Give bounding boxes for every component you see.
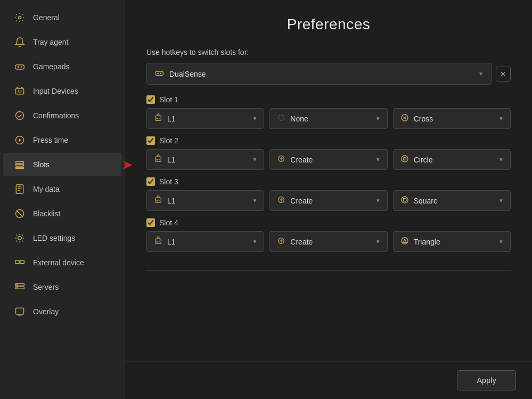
page-title: Preferences bbox=[146, 16, 511, 33]
svg-point-21 bbox=[17, 288, 17, 288]
svg-rect-22 bbox=[16, 308, 24, 314]
button-icon-1 bbox=[400, 113, 410, 124]
my-data-icon bbox=[14, 183, 26, 195]
slot-checkbox-4[interactable] bbox=[146, 218, 155, 227]
trigger-chevron-2: ▼ bbox=[252, 157, 257, 162]
device-select[interactable]: DualSense ▼ bbox=[146, 63, 492, 85]
slot-button-select-4[interactable]: Triangle ▼ bbox=[393, 231, 511, 252]
sidebar-item-external-device[interactable]: External device bbox=[3, 251, 121, 274]
slot-checkbox-1[interactable] bbox=[146, 95, 155, 104]
slot-button-value-3: Square bbox=[414, 197, 438, 205]
slot-button-select-2[interactable]: Circle ▼ bbox=[393, 149, 511, 170]
device-selector-row: DualSense ▼ ✕ bbox=[146, 63, 511, 85]
arrow-indicator: ➤ bbox=[121, 157, 133, 173]
button-icon-4 bbox=[400, 237, 410, 247]
slot-section-4: Slot 4 L1 ▼ Create ▼ bbox=[146, 218, 511, 252]
slot-button-select-1[interactable]: Cross ▼ bbox=[393, 108, 511, 129]
svg-point-4 bbox=[21, 87, 22, 88]
slot-button-value-2: Circle bbox=[414, 156, 433, 164]
slot-action-select-2[interactable]: Create ▼ bbox=[269, 149, 387, 170]
svg-rect-8 bbox=[16, 161, 24, 163]
svg-point-20 bbox=[17, 284, 17, 285]
sidebar-label-confirmations: Confirmations bbox=[33, 111, 79, 120]
sidebar: General Tray agent Gamepads bbox=[0, 0, 125, 399]
slot-button-select-3[interactable]: Square ▼ bbox=[393, 190, 511, 211]
slot-section-3: Slot 3 L1 ▼ Create ▼ bbox=[146, 177, 511, 211]
svg-point-30 bbox=[279, 115, 284, 121]
button-icon-3 bbox=[400, 196, 410, 206]
slot-action-value-3: Create bbox=[290, 197, 313, 205]
slot-action-value-4: Create bbox=[290, 238, 313, 246]
svg-rect-48 bbox=[155, 239, 161, 243]
device-icon bbox=[154, 68, 164, 79]
sidebar-item-led-settings[interactable]: LED settings bbox=[3, 226, 121, 250]
sidebar-item-slots[interactable]: Slots ➤ bbox=[3, 153, 121, 176]
action-chevron-1: ▼ bbox=[375, 116, 381, 121]
trigger-chevron-4: ▼ bbox=[252, 239, 257, 245]
slot-action-select-3[interactable]: Create ▼ bbox=[269, 190, 387, 211]
svg-rect-26 bbox=[155, 116, 161, 120]
sidebar-label-external-device: External device bbox=[33, 258, 84, 267]
slot-trigger-value-2: L1 bbox=[167, 156, 176, 164]
slot-section-2: Slot 2 L1 ▼ Create ▼ bbox=[146, 136, 511, 170]
button-chevron-4: ▼ bbox=[498, 239, 504, 245]
sidebar-item-press-time[interactable]: Press time bbox=[3, 128, 121, 152]
sidebar-item-tray-agent[interactable]: Tray agent bbox=[3, 30, 121, 54]
sidebar-label-my-data: My data bbox=[33, 185, 60, 193]
svg-rect-9 bbox=[16, 164, 24, 166]
tray-agent-icon bbox=[14, 36, 26, 48]
slot-checkbox-2[interactable] bbox=[146, 136, 155, 145]
sidebar-item-input-devices[interactable]: Input Devices bbox=[3, 79, 121, 103]
bottom-bar: Apply bbox=[125, 361, 532, 399]
button-icon-2 bbox=[400, 154, 410, 165]
action-chevron-3: ▼ bbox=[375, 198, 381, 203]
slot-action-select-1[interactable]: None ▼ bbox=[269, 108, 387, 129]
hotkeys-label: Use hotkeys to switch slots for: bbox=[146, 48, 511, 56]
svg-point-39 bbox=[402, 156, 408, 162]
slot-action-select-4[interactable]: Create ▼ bbox=[269, 231, 387, 252]
apply-button[interactable]: Apply bbox=[457, 370, 516, 390]
svg-rect-34 bbox=[155, 157, 161, 161]
sidebar-item-confirmations[interactable]: Confirmations bbox=[3, 104, 121, 127]
slot-trigger-select-4[interactable]: L1 ▼ bbox=[146, 231, 264, 252]
svg-rect-47 bbox=[403, 198, 406, 201]
slot-trigger-select-3[interactable]: L1 ▼ bbox=[146, 190, 264, 211]
slot-controls-4: L1 ▼ Create ▼ Triangle ▼ bbox=[146, 231, 511, 252]
svg-point-5 bbox=[16, 112, 24, 120]
sidebar-item-overlay[interactable]: Overlay bbox=[3, 300, 121, 323]
slot-header-3: Slot 3 bbox=[146, 177, 511, 186]
sidebar-item-gamepads[interactable]: Gamepads bbox=[3, 55, 121, 78]
sidebar-label-press-time: Press time bbox=[33, 136, 68, 144]
input-devices-icon bbox=[14, 85, 26, 97]
trigger-icon-3 bbox=[153, 196, 163, 206]
confirmations-icon bbox=[14, 110, 26, 121]
slot-button-value-4: Triangle bbox=[414, 238, 440, 246]
sidebar-item-blacklist[interactable]: Blacklist bbox=[3, 202, 121, 225]
sidebar-label-servers: Servers bbox=[33, 283, 59, 291]
device-name: DualSense bbox=[169, 70, 206, 78]
slot-trigger-value-3: L1 bbox=[167, 197, 176, 205]
svg-rect-1 bbox=[15, 65, 24, 69]
svg-rect-41 bbox=[155, 198, 161, 202]
slots-container: Slot 1 L1 ▼ None ▼ bbox=[146, 95, 511, 259]
device-select-left: DualSense bbox=[154, 68, 206, 79]
device-close-button[interactable]: ✕ bbox=[496, 67, 511, 82]
svg-point-40 bbox=[403, 157, 406, 160]
slot-trigger-select-2[interactable]: L1 ▼ bbox=[146, 149, 264, 170]
sidebar-item-my-data[interactable]: My data bbox=[3, 177, 121, 201]
sidebar-label-general: General bbox=[33, 13, 60, 22]
external-device-icon bbox=[14, 257, 26, 268]
sidebar-item-servers[interactable]: Servers bbox=[3, 275, 121, 299]
slot-controls-3: L1 ▼ Create ▼ Square ▼ bbox=[146, 190, 511, 211]
action-icon-4 bbox=[276, 237, 286, 247]
sidebar-label-gamepads: Gamepads bbox=[33, 62, 69, 71]
general-icon bbox=[14, 12, 26, 23]
divider bbox=[146, 270, 511, 271]
sidebar-label-blacklist: Blacklist bbox=[33, 209, 60, 218]
slot-checkbox-3[interactable] bbox=[146, 177, 155, 186]
slot-trigger-select-1[interactable]: L1 ▼ bbox=[146, 108, 264, 129]
svg-point-46 bbox=[402, 197, 408, 203]
sidebar-item-general[interactable]: General bbox=[3, 6, 121, 29]
slot-controls-1: L1 ▼ None ▼ Cross ▼ bbox=[146, 108, 511, 129]
action-icon-2 bbox=[276, 154, 286, 165]
